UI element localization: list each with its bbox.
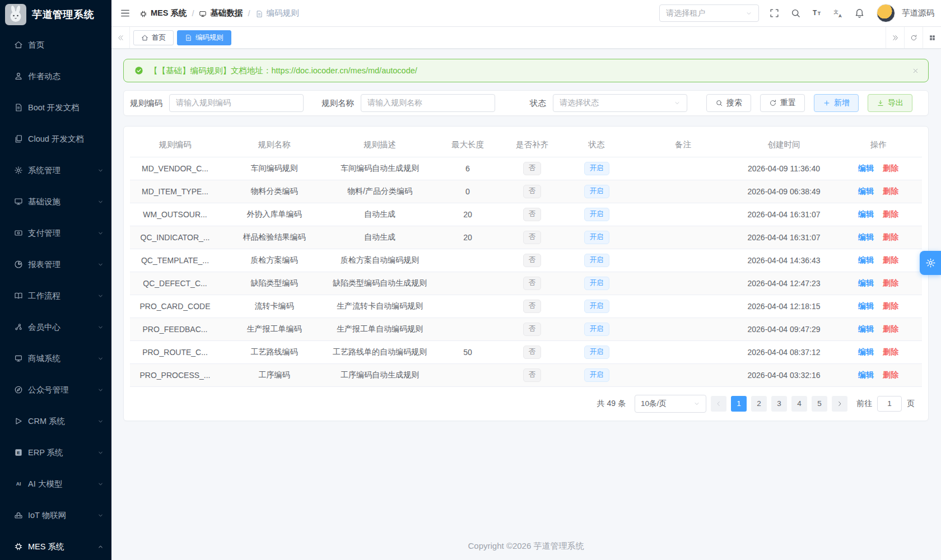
notifications-button[interactable] (849, 0, 870, 27)
edit-link[interactable]: 编辑 (858, 370, 874, 379)
delete-link[interactable]: 删除 (883, 324, 898, 333)
sidebar-item-home[interactable]: 首页 (0, 29, 111, 60)
goto-page-input[interactable]: 1 (877, 396, 902, 412)
next-page-button[interactable] (832, 396, 847, 412)
rule-name-input[interactable]: 请输入规则名称 (361, 94, 495, 112)
navbar-actions: TT文A (763, 0, 870, 27)
prev-page-button[interactable] (711, 396, 726, 412)
cell-padded: 否 (504, 249, 560, 272)
edit-link[interactable]: 编辑 (858, 301, 874, 310)
cell-rule-name: 流转卡编码 (220, 295, 328, 318)
button-label: 导出 (888, 98, 903, 108)
sidebar-item-cloud-docs[interactable]: Cloud 开发文档 (0, 123, 111, 155)
sidebar-item-boot-docs[interactable]: Boot 开发文档 (0, 92, 111, 123)
sidebar-item-iot[interactable]: IoT 物联网 (0, 500, 111, 531)
delete-link[interactable]: 删除 (883, 347, 898, 356)
play-icon (14, 417, 24, 426)
sidebar-item-system[interactable]: 系统管理 (0, 155, 111, 186)
language-button[interactable]: 文A (827, 0, 849, 27)
sidebar-item-crm[interactable]: CRM 系统 (0, 405, 111, 437)
pie-chart-icon (14, 260, 24, 269)
edit-link[interactable]: 编辑 (858, 347, 874, 356)
chevron-down-icon (97, 481, 104, 487)
cell-rule-desc: 自动生成 (328, 203, 431, 226)
cell-rule-desc: 生产流转卡自动编码规则 (328, 295, 431, 318)
compass-icon (14, 385, 24, 394)
sidebar-item-label: 支付管理 (28, 228, 97, 239)
breadcrumb-item-code-rules: 编码规则 (255, 8, 299, 18)
cell-rule-name: 生产报工单编码 (220, 318, 328, 340)
sidebar-item-mes[interactable]: MES 系统 (0, 531, 111, 560)
scroll-right-button[interactable] (886, 27, 904, 48)
page-size-select[interactable]: 10条/页 (635, 395, 706, 413)
delete-link[interactable]: 删除 (883, 232, 898, 241)
delete-link[interactable]: 删除 (883, 278, 898, 287)
sidebar-item-payment[interactable]: 支付管理 (0, 217, 111, 249)
document-icon (14, 103, 24, 112)
alert-close-icon[interactable] (912, 67, 919, 74)
sidebar-item-report[interactable]: 报表管理 (0, 249, 111, 280)
page-button-4[interactable]: 4 (791, 396, 807, 412)
sidebar-item-infra[interactable]: 基础设施 (0, 186, 111, 217)
breadcrumb-item-mes[interactable]: MES 系统 (139, 8, 187, 18)
tenant-select[interactable]: 请选择租户 (659, 4, 759, 22)
tabs-scroll-left-button[interactable] (111, 27, 130, 48)
refresh-button[interactable] (904, 27, 923, 48)
breadcrumb-item-basic-data[interactable]: 基础数据 (199, 8, 243, 18)
delete-link[interactable]: 删除 (883, 370, 898, 379)
sidebar-item-label: CRM 系统 (28, 416, 97, 427)
navbar-left: MES 系统/基础数据/编码规则 (116, 0, 299, 27)
sidebar-item-workflow[interactable]: 工作流程 (0, 280, 111, 311)
monitor-icon (14, 197, 24, 206)
reset-button[interactable]: 重置 (760, 94, 805, 112)
cell-remark (633, 203, 733, 226)
edit-link[interactable]: 编辑 (858, 164, 874, 172)
search-button[interactable] (785, 0, 806, 27)
cell-created-time: 2026-04-04 16:31:07 (733, 203, 835, 226)
padded-badge: 否 (523, 185, 542, 198)
edit-link[interactable]: 编辑 (858, 186, 874, 195)
sidebar-item-erp[interactable]: EERP 系统 (0, 437, 111, 468)
delete-link[interactable]: 删除 (883, 255, 898, 264)
delete-link[interactable]: 删除 (883, 209, 898, 218)
chevron-down-icon (746, 10, 752, 17)
delete-link[interactable]: 删除 (883, 186, 898, 195)
font-size-button[interactable]: TT (806, 0, 827, 27)
status-select[interactable]: 请选择状态 (553, 94, 687, 112)
fullscreen-button[interactable] (763, 0, 785, 27)
export-button[interactable]: 导出 (868, 94, 912, 112)
cell-created-time: 2026-04-04 14:36:43 (733, 249, 835, 272)
sidebar-item-author-news[interactable]: 作者动态 (0, 60, 111, 92)
tab-code-rules[interactable]: 编码规则 (177, 30, 231, 45)
edit-link[interactable]: 编辑 (858, 278, 874, 287)
page-button-1[interactable]: 1 (731, 396, 747, 412)
page-button-2[interactable]: 2 (751, 396, 767, 412)
chevron-left-icon (715, 400, 722, 407)
theme-settings-button[interactable] (920, 251, 941, 275)
tab-home[interactable]: 首页 (133, 30, 174, 45)
grid-icon (929, 34, 936, 41)
edit-link[interactable]: 编辑 (858, 324, 874, 333)
add-button[interactable]: 新增 (814, 94, 859, 112)
edit-link[interactable]: 编辑 (858, 209, 874, 218)
sidebar-item-mall[interactable]: 商城系统 (0, 343, 111, 374)
delete-link[interactable]: 删除 (883, 301, 898, 310)
sidebar-item-mp[interactable]: 公众号管理 (0, 374, 111, 405)
ai-icon: AI (14, 479, 24, 488)
user-menu[interactable]: 芋道源码 (877, 4, 934, 22)
page-button-5[interactable]: 5 (812, 396, 827, 412)
edit-link[interactable]: 编辑 (858, 255, 874, 264)
sidebar-item-member[interactable]: 会员中心 (0, 311, 111, 343)
layout-button[interactable] (923, 27, 941, 48)
app-logo[interactable]: 芋道管理系统 (0, 0, 111, 29)
sidebar-item-ai[interactable]: AIAI 大模型 (0, 468, 111, 500)
breadcrumb-label: 基础数据 (210, 8, 243, 18)
column-header-2: 规则描述 (328, 133, 431, 157)
edit-link[interactable]: 编辑 (858, 232, 874, 241)
search-button[interactable]: 搜索 (706, 94, 751, 112)
alert-doc-link[interactable]: https://doc.iocoder.cn/mes/md/autocode/ (272, 66, 417, 75)
delete-link[interactable]: 删除 (883, 164, 898, 172)
collapse-sidebar-button[interactable] (116, 0, 134, 27)
rule-code-input[interactable]: 请输入规则编码 (169, 94, 304, 112)
page-button-3[interactable]: 3 (771, 396, 787, 412)
